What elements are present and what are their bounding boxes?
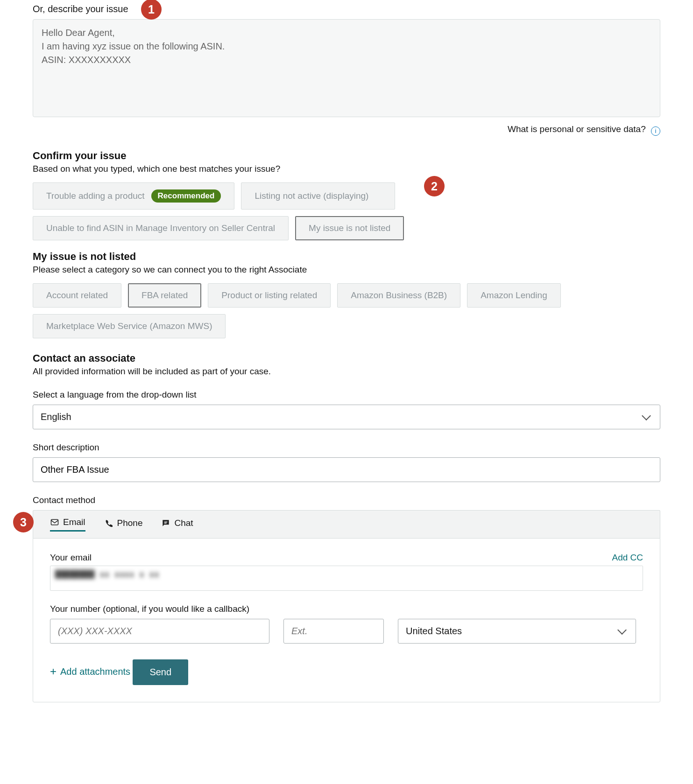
add-attachments-link[interactable]: + Add attachments bbox=[50, 666, 130, 677]
annotation-badge-2: 2 bbox=[424, 176, 445, 196]
language-label: Select a language from the drop-down lis… bbox=[33, 390, 660, 400]
cat-amazon-lending[interactable]: Amazon Lending bbox=[467, 283, 561, 308]
confirm-subtext: Based on what you typed, which one best … bbox=[33, 164, 660, 174]
your-email-label: Your email bbox=[50, 553, 92, 563]
sensitive-data-link[interactable]: What is personal or sensitive data? bbox=[508, 124, 646, 134]
cat-label: Amazon Lending bbox=[481, 290, 547, 301]
notlisted-subtext: Please select a category so we can conne… bbox=[33, 265, 660, 275]
recommended-badge: Recommended bbox=[151, 189, 221, 203]
your-number-label: Your number (optional, if you would like… bbox=[50, 604, 643, 614]
country-value: United States bbox=[406, 626, 462, 637]
tab-label: Chat bbox=[174, 518, 193, 528]
ext-input[interactable] bbox=[283, 619, 384, 644]
tab-phone[interactable]: Phone bbox=[104, 517, 143, 532]
plus-icon: + bbox=[50, 666, 57, 677]
contact-subtext: All provided information will be include… bbox=[33, 366, 660, 377]
tab-email[interactable]: Email bbox=[50, 517, 85, 532]
cat-account-related[interactable]: Account related bbox=[33, 283, 121, 308]
annotation-badge-3: 3 bbox=[13, 512, 34, 532]
issue-option-label: My issue is not listed bbox=[309, 223, 390, 233]
issue-option-label: Unable to find ASIN in Manage Inventory … bbox=[46, 223, 275, 233]
chevron-down-icon bbox=[642, 411, 651, 420]
contact-method-tabs: Email Phone Chat bbox=[33, 510, 660, 538]
issue-option-label: Listing not active (displaying) bbox=[255, 191, 368, 201]
language-value: English bbox=[41, 412, 71, 422]
issue-option-label: Trouble adding a product bbox=[46, 191, 145, 201]
annotation-badge-1: 1 bbox=[141, 0, 162, 20]
cat-fba-related[interactable]: FBA related bbox=[128, 283, 201, 308]
cat-product-listing[interactable]: Product or listing related bbox=[208, 283, 331, 308]
cat-amazon-business[interactable]: Amazon Business (B2B) bbox=[337, 283, 460, 308]
issue-option-unable-find-asin[interactable]: Unable to find ASIN in Manage Inventory … bbox=[33, 216, 289, 240]
contact-method-panel: Your email Add CC ████████ ▮▮ ▮▮▮▮ ▮ ▮▮ … bbox=[33, 538, 660, 702]
tab-label: Phone bbox=[117, 518, 143, 528]
cat-label: FBA related bbox=[141, 290, 188, 301]
notlisted-heading: My issue is not listed bbox=[33, 251, 660, 263]
chat-icon bbox=[161, 518, 170, 528]
language-select[interactable]: English bbox=[33, 405, 660, 429]
tab-chat[interactable]: Chat bbox=[161, 517, 193, 532]
short-desc-input[interactable] bbox=[33, 457, 660, 482]
cat-label: Account related bbox=[46, 290, 108, 301]
cat-label: Marketplace Web Service (Amazon MWS) bbox=[46, 321, 212, 331]
svg-rect-0 bbox=[51, 519, 58, 525]
tab-label: Email bbox=[63, 517, 85, 527]
contact-method-label: Contact method bbox=[33, 495, 660, 505]
contact-heading: Contact an associate bbox=[33, 352, 660, 364]
add-attachments-label: Add attachments bbox=[60, 666, 130, 677]
email-icon bbox=[50, 518, 59, 527]
describe-issue-textarea[interactable] bbox=[33, 19, 660, 117]
short-desc-label: Short description bbox=[33, 442, 660, 453]
issue-option-not-listed[interactable]: My issue is not listed bbox=[295, 216, 404, 240]
describe-label: Or, describe your issue bbox=[33, 4, 660, 14]
cat-label: Amazon Business (B2B) bbox=[351, 290, 447, 301]
email-input[interactable]: ████████ ▮▮ ▮▮▮▮ ▮ ▮▮ bbox=[50, 566, 643, 591]
phone-icon bbox=[104, 518, 113, 528]
phone-input[interactable] bbox=[50, 619, 269, 644]
issue-option-trouble-adding[interactable]: Trouble adding a product Recommended bbox=[33, 182, 234, 210]
country-select[interactable]: United States bbox=[398, 619, 636, 644]
cat-mws[interactable]: Marketplace Web Service (Amazon MWS) bbox=[33, 314, 226, 338]
send-button[interactable]: Send bbox=[133, 659, 188, 685]
issue-option-listing-not-active[interactable]: Listing not active (displaying) bbox=[241, 182, 395, 210]
info-icon[interactable]: i bbox=[651, 126, 660, 136]
chevron-down-icon bbox=[617, 625, 627, 635]
confirm-heading: Confirm your issue bbox=[33, 150, 660, 162]
add-cc-link[interactable]: Add CC bbox=[612, 553, 643, 563]
cat-label: Product or listing related bbox=[221, 290, 317, 301]
email-value-redacted: ████████ ▮▮ ▮▮▮▮ ▮ ▮▮ bbox=[55, 570, 159, 579]
